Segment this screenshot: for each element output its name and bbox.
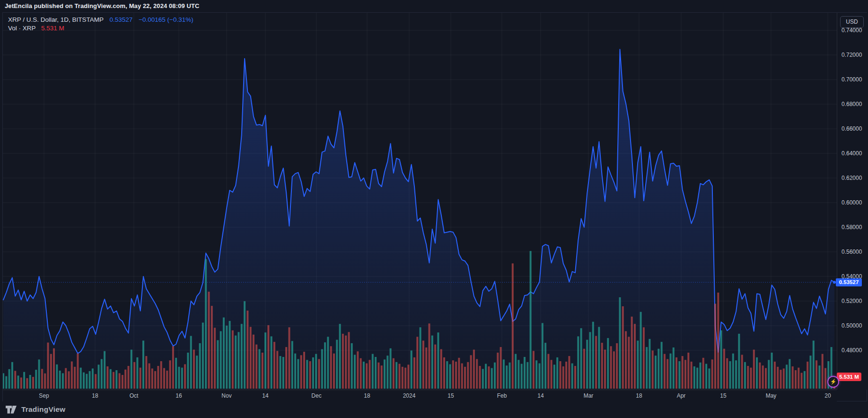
time-axis-label: Mar bbox=[584, 390, 594, 401]
chart-legend: XRP / U.S. Dollar, 1D, BITSTAMP 0.53527 … bbox=[8, 16, 193, 33]
time-axis[interactable]: Sep18Oct16Nov14Dec18202415Feb14Mar18Apr1… bbox=[3, 390, 837, 401]
tradingview-brand-name: TradingView bbox=[21, 405, 65, 414]
legend-volume-value: 5.531 M bbox=[41, 25, 64, 32]
time-axis-label: 16 bbox=[175, 390, 182, 401]
legend-volume-label[interactable]: Vol · XRP bbox=[8, 25, 35, 32]
publish-bar: JetEncila published on TradingView.com, … bbox=[0, 0, 868, 12]
tradingview-published-chart: JetEncila published on TradingView.com, … bbox=[0, 0, 868, 418]
price-volume-chart[interactable] bbox=[3, 13, 837, 390]
legend-change: −0.00165 (−0.31%) bbox=[139, 16, 193, 23]
flash-icon: ⚡ bbox=[830, 379, 837, 384]
current-volume-axis-label: 5.531 M bbox=[837, 373, 861, 381]
currency-toggle-button[interactable]: USD bbox=[840, 16, 864, 28]
price-axis-label: 0.70000 bbox=[842, 76, 862, 83]
price-axis-label: 0.62000 bbox=[842, 175, 862, 181]
time-axis-label: 20 bbox=[824, 390, 831, 401]
price-axis-label: 0.68000 bbox=[842, 101, 862, 107]
time-axis-label: Sep bbox=[39, 390, 49, 401]
time-axis-label: 15 bbox=[447, 390, 454, 401]
price-axis-label: 0.72000 bbox=[842, 52, 862, 58]
time-axis-label: Dec bbox=[311, 390, 321, 401]
current-price-axis-label: 0.53527 bbox=[836, 278, 862, 286]
tradingview-logo-icon bbox=[6, 406, 18, 414]
time-axis-label: 18 bbox=[364, 390, 370, 401]
price-axis-label: 0.58000 bbox=[842, 224, 862, 231]
price-axis[interactable]: USD 0.740000.720000.700000.680000.660000… bbox=[837, 13, 867, 390]
time-axis-label: May bbox=[766, 390, 777, 401]
time-axis-label: 18 bbox=[636, 390, 642, 401]
time-axis-label: Oct bbox=[130, 390, 139, 401]
time-axis-label: Apr bbox=[677, 390, 686, 401]
chart-pane: XRP / U.S. Dollar, 1D, BITSTAMP 0.53527 … bbox=[2, 12, 867, 401]
time-axis-label: 14 bbox=[262, 390, 268, 401]
time-axis-label: Feb bbox=[497, 390, 507, 401]
publish-author: JetEncila bbox=[5, 2, 32, 9]
time-axis-label: Nov bbox=[221, 390, 231, 401]
time-axis-label: 15 bbox=[720, 390, 726, 401]
tradingview-footer-link[interactable]: TradingView bbox=[6, 403, 65, 416]
price-axis-label: 0.74000 bbox=[842, 27, 862, 34]
time-axis-label: 14 bbox=[537, 390, 544, 401]
legend-symbol[interactable]: XRP / U.S. Dollar, 1D, BITSTAMP bbox=[8, 16, 104, 23]
flash-badge[interactable]: ⚡ bbox=[827, 376, 839, 388]
price-axis-label: 0.50000 bbox=[842, 322, 862, 329]
price-axis-label: 0.66000 bbox=[842, 125, 862, 132]
price-axis-label: 0.52000 bbox=[842, 298, 862, 304]
price-axis-label: 0.56000 bbox=[842, 249, 862, 255]
publish-info: published on TradingView.com, May 22, 20… bbox=[32, 2, 200, 9]
legend-last-price: 0.53527 bbox=[110, 16, 133, 23]
price-axis-label: 0.48000 bbox=[842, 347, 862, 354]
time-axis-label: 2024 bbox=[403, 390, 416, 401]
time-axis-label: 18 bbox=[92, 390, 98, 401]
price-axis-label: 0.60000 bbox=[842, 199, 862, 206]
price-axis-label: 0.64000 bbox=[842, 150, 862, 157]
